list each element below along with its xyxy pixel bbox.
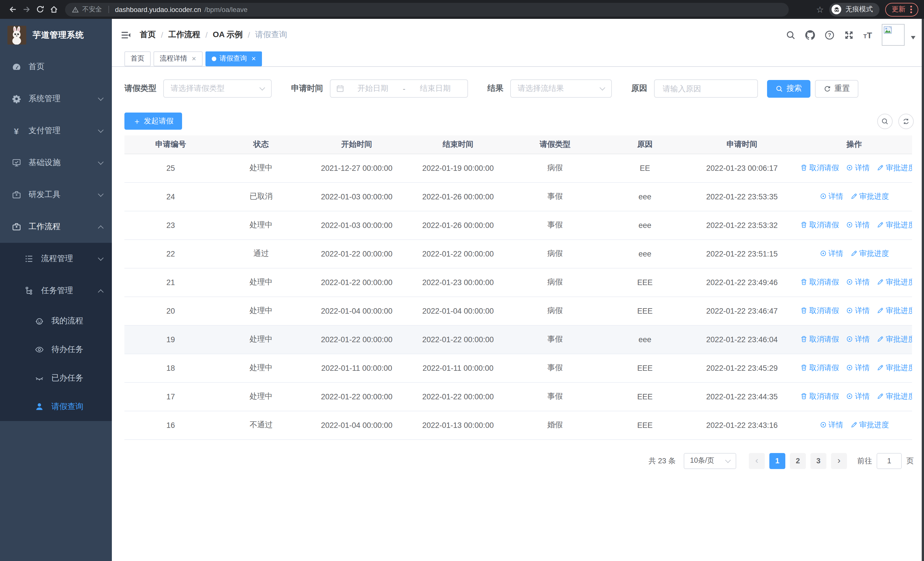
tab-leave-query[interactable]: 请假查询 × (205, 51, 262, 66)
detail-action-link[interactable]: 详情 (819, 420, 843, 430)
leave-type-select[interactable]: 请选择请假类型 (163, 80, 272, 98)
app-logo-row[interactable]: 芋道管理系统 (0, 19, 112, 51)
cancel-action-link[interactable]: 取消请假 (800, 363, 839, 373)
cell-id: 17 (124, 382, 217, 411)
page-size-select[interactable]: 10条/页 (684, 453, 736, 469)
sidebar-item-workflow[interactable]: 工作流程 (0, 211, 112, 243)
reason-input[interactable] (662, 84, 750, 93)
breadcrumb-workflow[interactable]: 工作流程 (168, 30, 200, 40)
detail-action-link[interactable]: 详情 (846, 277, 870, 287)
fullscreen-icon[interactable] (844, 30, 854, 40)
sidebar-item-process-management[interactable]: 流程管理 (0, 243, 112, 275)
progress-action-link[interactable]: 审批进度 (877, 334, 912, 344)
cancel-action-link[interactable]: 取消请假 (800, 391, 839, 402)
cancel-action-link[interactable]: 取消请假 (800, 277, 839, 287)
list-icon (24, 254, 34, 264)
progress-action-link[interactable]: 审批进度 (877, 163, 912, 173)
browser-forward-icon[interactable] (20, 3, 33, 16)
cancel-action-link[interactable]: 取消请假 (800, 163, 839, 173)
browser-back-icon[interactable] (6, 3, 20, 16)
result-select[interactable]: 请选择流结果 (510, 80, 612, 98)
sidebar-item-label: 待办任务 (51, 344, 103, 355)
progress-action-link[interactable]: 审批进度 (877, 220, 912, 230)
table-row-16: 16不通过2022-01-04 00:00:002022-01-13 00:00… (124, 411, 912, 439)
detail-action-link[interactable]: 详情 (819, 191, 843, 202)
sidebar-item-leave-query[interactable]: 请假查询 (0, 393, 112, 421)
progress-action-link[interactable]: 审批进度 (850, 248, 889, 259)
sidebar-item-my-processes[interactable]: 我的流程 (0, 307, 112, 335)
cell-end: 2022-01-26 00:00:00 (408, 182, 508, 211)
prev-page-button[interactable]: ‹ (749, 453, 765, 469)
sidebar-item-payment-management[interactable]: ¥支付管理 (0, 115, 112, 147)
tab-close-icon[interactable]: × (192, 55, 196, 62)
sidebar-item-home[interactable]: 首页 (0, 51, 112, 83)
search-button[interactable]: 搜索 (767, 80, 810, 98)
tab-home[interactable]: 首页 (124, 51, 151, 66)
sidebar-collapse-icon[interactable] (121, 30, 131, 40)
trash-icon (800, 164, 808, 171)
help-icon[interactable]: ? (824, 30, 834, 40)
progress-action-link[interactable]: 审批进度 (850, 420, 889, 430)
cancel-action-link[interactable]: 取消请假 (800, 334, 839, 344)
filter-form: 请假类型 请选择请假类型 申请时间 开始日期 - 结束日期 结果 (124, 80, 914, 98)
page-button-1[interactable]: 1 (770, 453, 785, 469)
progress-action-link[interactable]: 审批进度 (850, 191, 889, 202)
apply-time-range-picker[interactable]: 开始日期 - 结束日期 (330, 80, 468, 98)
browser-update-button[interactable]: 更新 (885, 3, 918, 16)
cell-status: 不通过 (217, 411, 305, 439)
cell-actions: 取消请假详情审批进度 (796, 353, 912, 382)
bookmark-star-icon[interactable]: ☆ (816, 5, 824, 14)
next-page-button[interactable]: › (831, 453, 847, 469)
sidebar-item-system-management[interactable]: 系统管理 (0, 83, 112, 115)
reset-button[interactable]: 重置 (815, 80, 858, 98)
cell-status: 处理中 (217, 268, 305, 296)
header-search-icon[interactable] (786, 30, 795, 40)
create-leave-button[interactable]: ＋ 发起请假 (124, 113, 182, 130)
detail-action-link[interactable]: 详情 (819, 248, 843, 259)
progress-action-link[interactable]: 审批进度 (877, 391, 912, 402)
sidebar-item-infrastructure[interactable]: 基础设施 (0, 147, 112, 179)
goto-page-input[interactable] (877, 453, 902, 469)
refresh-table-button[interactable] (898, 113, 914, 129)
breadcrumb-oa-example[interactable]: OA 示例 (213, 30, 243, 40)
briefcase-icon (11, 222, 21, 232)
breadcrumb-home[interactable]: 首页 (140, 30, 156, 40)
user-avatar[interactable] (882, 24, 904, 46)
detail-action-link[interactable]: 详情 (846, 391, 870, 402)
pen-icon (850, 193, 858, 200)
detail-action-link[interactable]: 详情 (846, 220, 870, 230)
browser-reload-icon[interactable] (33, 3, 47, 16)
detail-action-link[interactable]: 详情 (846, 363, 870, 373)
cancel-action-link[interactable]: 取消请假 (800, 220, 839, 230)
eye-icon (846, 335, 853, 343)
github-icon[interactable] (805, 30, 815, 40)
address-bar[interactable]: 不安全 dashboard.yudao.iocoder.cn/bpm/oa/le… (65, 3, 789, 16)
progress-action-link[interactable]: 审批进度 (877, 305, 912, 316)
leave-table: 申请编号状态开始时间结束时间请假类型原因申请时间操作 25处理中2021-12-… (124, 135, 912, 439)
sidebar-item-task-management[interactable]: 任务管理 (0, 275, 112, 307)
toggle-search-button[interactable] (877, 113, 892, 129)
tab-close-icon[interactable]: × (251, 55, 256, 62)
pen-icon (877, 221, 884, 229)
page-button-2[interactable]: 2 (790, 453, 806, 469)
tab-process-detail[interactable]: 流程详情 × (153, 51, 202, 66)
window-edge (922, 19, 924, 561)
progress-action-label: 审批进度 (886, 334, 912, 344)
browser-menu-icon[interactable] (910, 6, 912, 13)
avatar-dropdown-caret-icon[interactable] (911, 36, 915, 39)
font-size-icon[interactable]: TT (863, 30, 872, 39)
sidebar-item-dev-tools[interactable]: 研发工具 (0, 179, 112, 211)
progress-action-link[interactable]: 审批进度 (877, 363, 912, 373)
detail-action-link[interactable]: 详情 (846, 334, 870, 344)
cancel-action-link[interactable]: 取消请假 (800, 305, 839, 316)
sidebar-item-todo-tasks[interactable]: 待办任务 (0, 335, 112, 364)
browser-home-icon[interactable] (47, 3, 60, 16)
detail-action-link[interactable]: 详情 (846, 305, 870, 316)
cell-id: 19 (124, 325, 217, 353)
cell-start: 2022-01-11 00:00:00 (305, 353, 408, 382)
page-button-3[interactable]: 3 (810, 453, 826, 469)
progress-action-link[interactable]: 审批进度 (877, 277, 912, 287)
sidebar-item-done-tasks[interactable]: 已办任务 (0, 364, 112, 393)
detail-action-link[interactable]: 详情 (846, 163, 870, 173)
cell-type: 病假 (508, 296, 602, 325)
